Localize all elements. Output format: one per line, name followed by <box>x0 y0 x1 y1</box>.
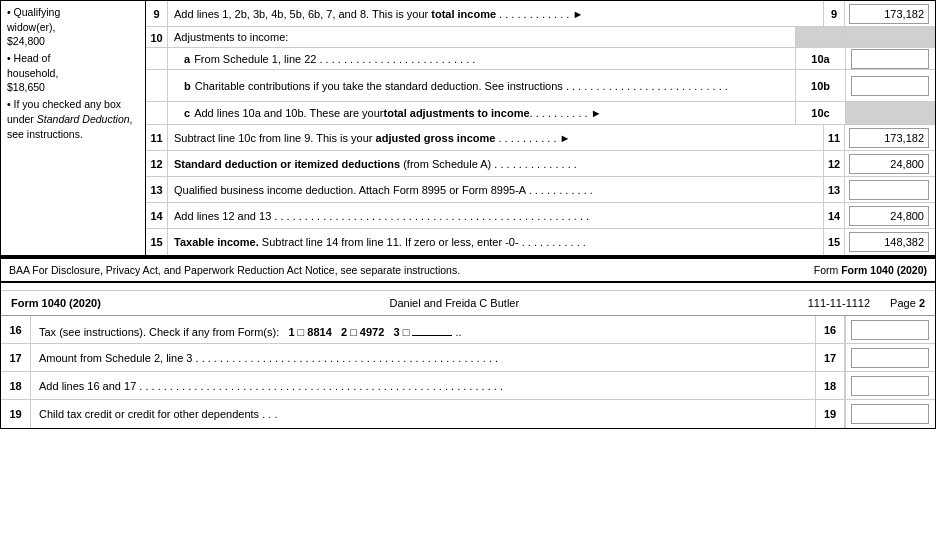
line-10-number: 10 <box>146 27 168 47</box>
line-10c-value-gray <box>845 102 935 124</box>
line-10-header-row: 10 Adjustments to income: <box>146 27 935 48</box>
line-13-value <box>845 180 935 200</box>
line-10a-content: a From Schedule 1, line 22 . . . . . . .… <box>168 48 795 69</box>
line-18-row: 18 Add lines 16 and 17 . . . . . . . . .… <box>1 372 935 400</box>
line-18-content: Add lines 16 and 17 . . . . . . . . . . … <box>31 376 815 396</box>
line-13-text: Qualified business income deduction. Att… <box>168 180 823 200</box>
line-17-row: 17 Amount from Schedule 2, line 3 . . . … <box>1 344 935 372</box>
line-11-value: 173,182 <box>845 128 935 148</box>
line-12-number: 12 <box>146 151 168 176</box>
line-11-text: Subtract line 10c from line 9. This is y… <box>168 128 823 148</box>
line-15-input[interactable]: 148,382 <box>849 232 929 252</box>
line-10-value-spacer <box>845 27 935 47</box>
line-16-box-number: 16 <box>815 316 845 343</box>
line-12-input[interactable]: 24,800 <box>849 154 929 174</box>
line-13-box-number: 13 <box>823 177 845 202</box>
section-spacer <box>1 283 935 291</box>
footer-left-text: BAA For Disclosure, Privacy Act, and Pap… <box>9 264 460 276</box>
line-14-text: Add lines 12 and 13 . . . . . . . . . . … <box>168 206 823 226</box>
line-9-value: 173,182 <box>845 4 935 24</box>
sidebar-ifchecked: • If you checked any box under Standard … <box>7 97 139 141</box>
line-19-box-number: 19 <box>815 400 845 428</box>
line-14-input[interactable]: 24,800 <box>849 206 929 226</box>
line-15-row: 15 Taxable income. Subtract line 14 from… <box>146 229 935 255</box>
line-9-box-number: 9 <box>823 1 845 26</box>
line-19-input[interactable] <box>851 404 929 424</box>
line-18-value <box>845 372 935 399</box>
line-14-box-number: 14 <box>823 203 845 228</box>
line-11-number: 11 <box>146 125 168 150</box>
line-14-row: 14 Add lines 12 and 13 . . . . . . . . .… <box>146 203 935 229</box>
line-10b-input[interactable] <box>851 76 929 96</box>
footer-right-text: Form Form 1040 (2020) <box>814 264 927 276</box>
line-10-section: 10 Adjustments to income: a From Schedul… <box>146 27 935 125</box>
line-17-input[interactable] <box>851 348 929 368</box>
line-17-box-number: 17 <box>815 344 845 371</box>
sidebar-head: • Head of household,$18,650 <box>7 51 139 95</box>
line-10a-row: a From Schedule 1, line 22 . . . . . . .… <box>146 48 935 70</box>
page2-header: Form 1040 (2020) Daniel and Freida C But… <box>1 291 935 316</box>
line-10b-num-spacer <box>146 70 168 101</box>
line-10b-value <box>845 70 935 101</box>
line-9-number: 9 <box>146 1 168 26</box>
page2-taxpayer: Daniel and Freida C Butler <box>101 297 808 309</box>
line-10c-box-label: 10c <box>795 102 845 124</box>
line-15-number: 15 <box>146 229 168 255</box>
line-15-value: 148,382 <box>845 232 935 252</box>
line-19-row: 19 Child tax credit or credit for other … <box>1 400 935 428</box>
line-16-number: 16 <box>1 316 31 343</box>
line-10a-box-label: 10a <box>795 48 845 69</box>
line-10-header-text: Adjustments to income: <box>168 27 795 47</box>
line-19-content: Child tax credit or credit for other dep… <box>31 404 815 424</box>
page2-ssn: 111-11-1112 <box>808 297 870 309</box>
line-16-input[interactable] <box>851 320 929 340</box>
form-1040-container: • Qualifying widow(er),$24,800 Married f… <box>0 0 936 429</box>
line-10-box-spacer <box>795 27 845 47</box>
line-12-box-number: 12 <box>823 151 845 176</box>
line-16-row: 16 Tax (see instructions). Check if any … <box>1 316 935 344</box>
top-section: • Qualifying widow(er),$24,800 Married f… <box>1 1 935 257</box>
line-10c-row: c Add lines 10a and 10b. These are your … <box>146 102 935 124</box>
line-16-value <box>845 316 935 343</box>
line-17-number: 17 <box>1 344 31 371</box>
line-16-underline-field[interactable] <box>412 322 452 336</box>
line-19-number: 19 <box>1 400 31 428</box>
line-18-number: 18 <box>1 372 31 399</box>
line-15-text: Taxable income. Subtract line 14 from li… <box>168 232 823 252</box>
line-10c-content: c Add lines 10a and 10b. These are your … <box>168 102 795 124</box>
line-13-input[interactable] <box>849 180 929 200</box>
line-9-row: 9 Add lines 1, 2b, 3b, 4b, 5b, 6b, 7, an… <box>146 1 935 27</box>
line-11-box-number: 11 <box>823 125 845 150</box>
line-12-row: 12 Standard deduction or itemized deduct… <box>146 151 935 177</box>
line-10b-row: b Charitable contributions if you take t… <box>146 70 935 102</box>
line-14-value: 24,800 <box>845 206 935 226</box>
line-10a-num-spacer <box>146 48 168 69</box>
line-10a-input[interactable] <box>851 49 929 69</box>
line-10a-value <box>845 48 935 69</box>
line-16-content: Tax (see instructions). Check if any fro… <box>31 318 815 342</box>
line-11-row: 11 Subtract line 10c from line 9. This i… <box>146 125 935 151</box>
line-11-input[interactable]: 173,182 <box>849 128 929 148</box>
line-9-text: Add lines 1, 2b, 3b, 4b, 5b, 6b, 7, and … <box>168 4 823 24</box>
line-14-number: 14 <box>146 203 168 228</box>
line-13-number: 13 <box>146 177 168 202</box>
line-12-text: Standard deduction or itemized deduction… <box>168 154 823 174</box>
line-15-box-number: 15 <box>823 229 845 255</box>
sidebar-qualifying: • Qualifying widow(er),$24,800 <box>7 5 139 49</box>
page2-form-id: Form 1040 (2020) <box>11 297 101 309</box>
line-17-value <box>845 344 935 371</box>
line-19-value <box>845 400 935 428</box>
line-16-checkboxes: 1 □ 8814 2 □ 4972 3 □ .. <box>282 326 461 338</box>
line-9-input[interactable]: 173,182 <box>849 4 929 24</box>
line-17-content: Amount from Schedule 2, line 3 . . . . .… <box>31 348 815 368</box>
line-13-row: 13 Qualified business income deduction. … <box>146 177 935 203</box>
line-10b-box-label: 10b <box>795 70 845 101</box>
line-18-box-number: 18 <box>815 372 845 399</box>
line-10b-content: b Charitable contributions if you take t… <box>168 70 795 101</box>
line-18-input[interactable] <box>851 376 929 396</box>
footer-bar: BAA For Disclosure, Privacy Act, and Pap… <box>1 257 935 283</box>
page2-page-label: Page 2 <box>890 297 925 309</box>
left-sidebar: • Qualifying widow(er),$24,800 Married f… <box>1 1 146 255</box>
main-content: 9 Add lines 1, 2b, 3b, 4b, 5b, 6b, 7, an… <box>146 1 935 255</box>
line-10c-num-spacer <box>146 102 168 124</box>
